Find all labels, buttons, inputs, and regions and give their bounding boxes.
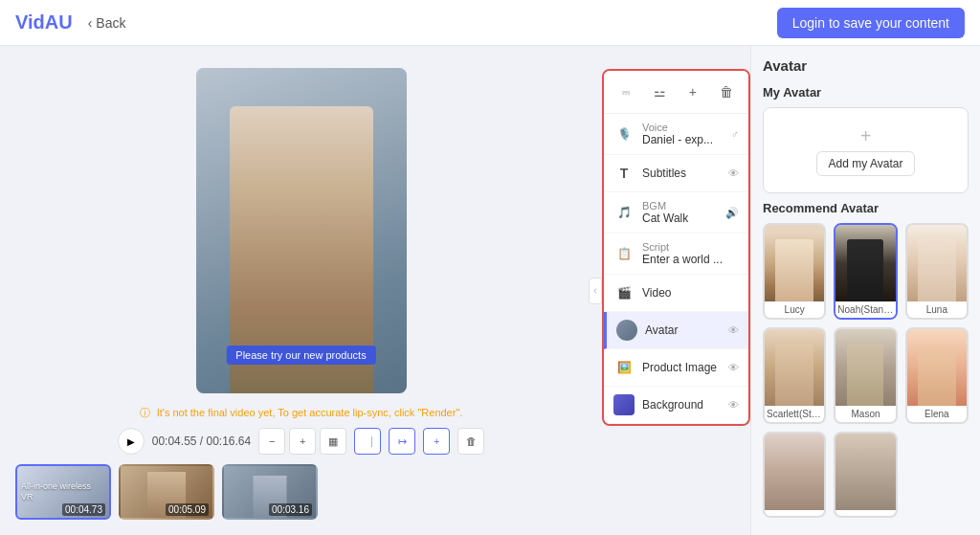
video-wrapper: Please try our new products (15, 61, 587, 400)
avatar-card-scarlett[interactable]: Scarlett(Standi... (763, 327, 826, 424)
avatar-card-lucy[interactable]: Lucy (763, 223, 826, 320)
logo: VidAU (15, 11, 73, 33)
film-time-1: 00:05.09 (166, 503, 209, 516)
toolbar-delete-button[interactable]: 🗑 (713, 78, 740, 105)
avatar-card-mason[interactable]: Mason (834, 327, 897, 424)
split-button[interactable]: ⎹ (354, 428, 381, 455)
back-button[interactable]: ‹ Back (88, 15, 126, 31)
avatar-image-row3b (835, 434, 895, 510)
fit-button[interactable]: ▦ (320, 428, 346, 455)
avatar-image-mason (835, 329, 895, 406)
toolbar-item-bgm[interactable]: 🎵 BGM Cat Walk 🔊 (604, 192, 748, 234)
time-display: 00:04.55 / 00:16.64 (152, 435, 251, 448)
toolbar-item-subtitles[interactable]: T Subtitles 👁 (604, 155, 748, 192)
play-button[interactable]: ▶ (118, 428, 145, 455)
toolbar-top: ⎓ ⚍ + 🗑 (604, 71, 748, 114)
toolbar-item-script[interactable]: 📋 Script Enter a world ... (604, 234, 748, 275)
film-time-0: 00:04.73 (62, 503, 105, 516)
toolbar-item-voice[interactable]: 🎙️ Voice Daniel - exp... ♂ (604, 114, 748, 155)
avatar-label-noah: Noah(Standing) (835, 301, 895, 318)
avatar-card-noah[interactable]: Noah(Standing) (834, 223, 897, 320)
avatar-image-row3a (765, 434, 824, 510)
film-item-2[interactable]: 00:03.16 (222, 464, 318, 520)
film-time-2: 00:03.16 (269, 503, 312, 516)
add-clip-button[interactable]: + (423, 428, 450, 455)
film-item-1[interactable]: 00:05.09 (119, 464, 214, 520)
toolbar-item-avatar-content: Avatar (645, 323, 721, 337)
avatar-card-row3a[interactable] (763, 432, 826, 518)
script-icon: 📋 (613, 243, 635, 264)
back-label: Back (96, 15, 125, 31)
background-eye-icon: 👁 (728, 399, 739, 411)
toolbar-item-script-content: Script Enter a world ... (642, 241, 739, 266)
avatar-label-row3a (765, 510, 824, 516)
timeline-controls: ▶ 00:04.55 / 00:16.64 − + ▦ ⎹ ↦ + 🗑 (15, 428, 587, 455)
add-avatar-plus-icon: + (860, 125, 872, 147)
background-icon (613, 394, 635, 415)
toolbar-add-button[interactable]: + (679, 78, 706, 105)
bgm-volume-icon: 🔊 (725, 207, 739, 219)
script-value: Enter a world ... (642, 253, 739, 266)
toolbar-item-video[interactable]: 🎬 Video (604, 275, 748, 312)
avatar-label-scarlett: Scarlett(Standi... (765, 406, 824, 422)
avatar-label-elena: Elena (907, 406, 967, 422)
avatar-card-luna[interactable]: Luna (905, 223, 969, 320)
voice-icon: 🎙️ (613, 123, 635, 145)
subtitles-label: Subtitles (642, 167, 721, 180)
film-item-0[interactable]: All-in-one wireless VR 00:04.73 (15, 464, 111, 520)
header: VidAU ‹ Back Login to save your content (0, 0, 980, 46)
toolbar-copy-button[interactable]: ⎓ (612, 78, 639, 105)
bgm-label: BGM (642, 200, 718, 212)
toolbar-item-bgm-content: BGM Cat Walk (642, 200, 718, 225)
collapse-handle[interactable]: ‹ (589, 278, 602, 304)
main-content: Please try our new products ⓘ It's not t… (0, 46, 980, 535)
avatar-card-elena[interactable]: Elena (905, 327, 969, 424)
avatar-image-noah (835, 225, 895, 301)
script-label: Script (642, 241, 739, 253)
zoom-in-button[interactable]: + (289, 428, 316, 455)
avatar-eye-icon: 👁 (728, 324, 739, 336)
zoom-out-button[interactable]: − (258, 428, 285, 455)
toolbar-item-background[interactable]: Background 👁 (604, 387, 748, 424)
zoom-controls: − + ▦ (258, 428, 346, 455)
video-area: Please try our new products ⓘ It's not t… (0, 46, 602, 535)
avatar-label-mason: Mason (835, 406, 895, 422)
subtitles-icon: T (613, 163, 635, 184)
avatar-grid: Lucy Noah(Standing) Luna (763, 223, 969, 518)
merge-button[interactable]: ↦ (389, 428, 415, 455)
delete-clip-button[interactable]: 🗑 (457, 428, 484, 455)
toolbar-item-product-content: Product Image (642, 361, 721, 374)
product-image-label: Product Image (642, 361, 721, 374)
subtitles-eye-icon: 👁 (728, 167, 739, 179)
toolbar-panel: ⎓ ⚍ + 🗑 🎙️ Voice Daniel - exp... ♂ T (602, 69, 750, 426)
toolbar-align-button[interactable]: ⚍ (646, 78, 673, 105)
product-eye-icon: 👁 (728, 362, 739, 373)
video-label: Video (642, 286, 739, 300)
toolbar-item-avatar[interactable]: Avatar 👁 (604, 312, 748, 349)
bgm-value: Cat Walk (642, 212, 718, 225)
avatar-image-scarlett (765, 329, 824, 406)
avatar-image-lucy (765, 225, 824, 301)
toolbar-item-product-image[interactable]: 🖼️ Product Image 👁 (604, 349, 748, 387)
back-chevron-icon: ‹ (88, 15, 93, 31)
avatar-panel-title: Avatar (763, 57, 969, 74)
toolbar-item-voice-content: Voice Daniel - exp... (642, 122, 724, 146)
toolbar-item-background-content: Background (642, 398, 721, 412)
avatar-label-lucy: Lucy (765, 301, 824, 318)
avatar-image-luna (907, 225, 967, 301)
voice-value: Daniel - exp... (642, 133, 724, 146)
add-my-avatar-button[interactable]: Add my Avatar (816, 151, 916, 176)
avatar-icon (616, 320, 637, 341)
voice-gender-icon: ♂ (731, 128, 739, 140)
login-button[interactable]: Login to save your content (777, 8, 965, 38)
filmstrip: All-in-one wireless VR 00:04.73 00:05.09… (15, 464, 587, 520)
warning-text: It's not the final video yet, To get acc… (157, 407, 463, 418)
avatar-card-row3b[interactable] (834, 432, 897, 518)
voice-label: Voice (642, 122, 724, 133)
my-avatar-box: + Add my Avatar (763, 107, 969, 193)
toolbar-item-subtitles-content: Subtitles (642, 167, 721, 180)
video-preview-image: Please try our new products (196, 68, 407, 393)
avatar-image-elena (907, 329, 967, 406)
video-preview: Please try our new products (196, 68, 407, 393)
video-subtitle: Please try our new products (226, 346, 375, 365)
